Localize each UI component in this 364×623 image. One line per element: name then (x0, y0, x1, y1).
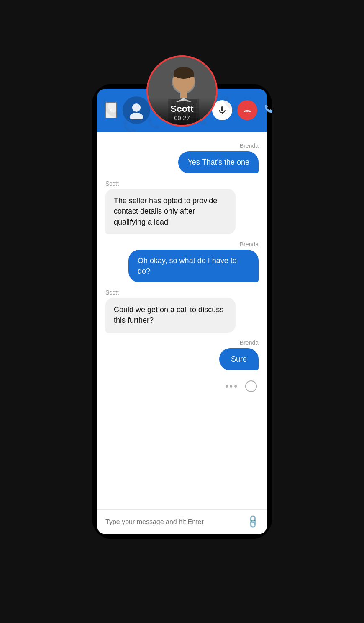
bubble-sent-5: Sure (219, 348, 259, 370)
bubble-sent-1: Yes That's the one (178, 151, 259, 173)
call-overlay: Scott 00:27 (148, 98, 216, 125)
sender-label-5: Brenda (240, 339, 259, 346)
phone-blue-icon (263, 103, 274, 114)
bubble-received-2: The seller has opted to provide contact … (105, 189, 236, 234)
svg-rect-7 (174, 73, 194, 77)
avatar-person-icon (127, 101, 146, 119)
chat-input-bar: 🔗 (97, 509, 267, 534)
end-call-icon (243, 106, 252, 115)
sender-label-1: Brenda (240, 142, 259, 149)
svg-rect-8 (180, 91, 187, 98)
power-icon[interactable] (245, 380, 257, 392)
bubble-sent-3: Oh okay, so what do I have to do? (128, 250, 259, 282)
chat-body: Brenda Yes That's the one Scott The sell… (97, 132, 267, 509)
more-options-icon[interactable]: ••• (225, 381, 238, 392)
svg-point-27 (132, 103, 141, 112)
back-button[interactable]: ‹ (105, 102, 117, 118)
phone-header-icon[interactable] (263, 103, 274, 117)
message-1: Brenda Yes That's the one (105, 142, 259, 173)
message-3: Brenda Oh okay, so what do I have to do? (105, 241, 259, 282)
sender-label-4: Scott (105, 289, 119, 296)
message-2: Scott The seller has opted to provide co… (105, 180, 259, 234)
call-avatar-ring: Scott 00:27 (146, 55, 218, 127)
attachment-icon[interactable]: 🔗 (245, 514, 261, 530)
svg-point-28 (130, 113, 143, 119)
phone-wrapper: Scott 00:27 📞 📞 📞 📞 📞 📞 ‹ (92, 84, 272, 539)
end-call-button[interactable] (237, 100, 257, 120)
mic-icon (218, 106, 226, 114)
svg-rect-32 (221, 106, 223, 111)
call-contact-name: Scott (151, 103, 213, 114)
bottom-actions: ••• (105, 377, 259, 394)
phone-screen: Scott 00:27 📞 📞 📞 📞 📞 📞 ‹ (97, 89, 267, 534)
call-timer: 00:27 (151, 114, 213, 121)
sender-label-3: Brenda (240, 241, 259, 248)
floating-call-card: Scott 00:27 (146, 55, 218, 127)
sender-label-2: Scott (105, 180, 119, 187)
bubble-received-4: Could we get on a call to discuss this f… (105, 298, 236, 332)
message-5: Brenda Sure (105, 339, 259, 370)
message-4: Scott Could we get on a call to discuss … (105, 289, 259, 332)
message-input[interactable] (105, 518, 247, 526)
